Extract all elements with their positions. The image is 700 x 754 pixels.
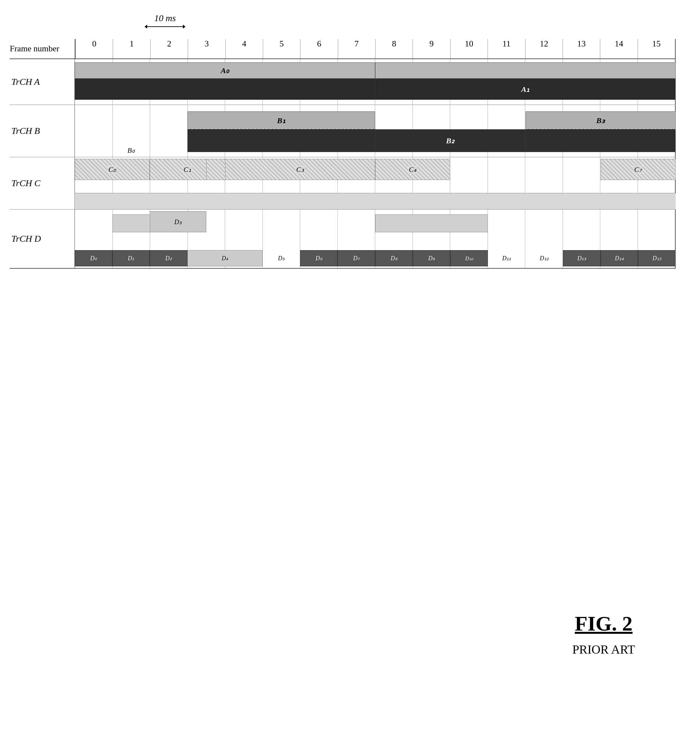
- frame-cell-10: 10: [450, 39, 488, 58]
- frame-cell-3: 3: [188, 39, 225, 58]
- block-d13: D₁₃: [563, 250, 601, 266]
- block-d10: D₁₀: [450, 250, 488, 266]
- frame-cell-4: 4: [225, 39, 263, 58]
- frame-cell-1: 1: [113, 39, 150, 58]
- block-d3-upper: D₃: [150, 211, 206, 232]
- trch-a-section: TrCH A A₀: [10, 58, 676, 105]
- block-a0-upper: A₀: [75, 63, 375, 78]
- trch-d-label: TrCH D: [10, 210, 75, 268]
- trch-b-label: TrCH B: [10, 105, 75, 157]
- trch-d-section: TrCH D D₃ D₀: [10, 210, 676, 269]
- frame-cell-2: 2: [150, 39, 188, 58]
- block-d8-upper: [375, 214, 488, 232]
- block-d5: D₅: [262, 250, 300, 266]
- trch-c-grid: C₀ C₁ C₂ C₃ C₄ C₅ C₆: [75, 157, 676, 209]
- figure-label-main: FIG. 2: [572, 612, 635, 636]
- frame-cell-15: 15: [638, 39, 675, 58]
- block-c0: C₀: [75, 159, 150, 180]
- block-d8: D₈: [375, 250, 413, 266]
- block-d6: D₆: [300, 250, 338, 266]
- frame-cells: 0 1 2 3 4 5 6 7 8 9 10 11 12 13 14 15: [75, 39, 676, 58]
- timing-annotation: 10 ms: [145, 13, 186, 28]
- block-a1-upper: [375, 63, 676, 78]
- block-d12: D₁₂: [526, 250, 563, 266]
- frame-label: Frame number: [10, 39, 75, 58]
- block-d9: D₉: [413, 250, 450, 266]
- block-d11: D₁₁: [488, 250, 526, 266]
- block-b1-lower: [188, 129, 375, 152]
- block-b3-lower: [526, 129, 676, 152]
- frame-cell-11: 11: [488, 39, 525, 58]
- frame-cell-7: 7: [338, 39, 375, 58]
- frame-number-row: Frame number 0 1 2 3 4 5 6 7 8 9 10 11 1…: [10, 39, 676, 58]
- block-c7: C₇: [601, 159, 676, 180]
- figure-label-sub: PRIOR ART: [572, 642, 635, 657]
- frame-cell-0: 0: [75, 39, 113, 58]
- trch-b-section: TrCH B B₀ B₁: [10, 105, 676, 157]
- block-b1-upper: B₁: [188, 111, 375, 129]
- figure-label: FIG. 2 PRIOR ART: [572, 612, 635, 657]
- trch-d-grid: D₃ D₀ D₁ D₂ D₄ D₅: [75, 210, 676, 268]
- frame-cell-13: 13: [562, 39, 600, 58]
- timing-label: 10 ms: [154, 13, 176, 23]
- trch-b-grid: B₀ B₁ B₂ B₃: [75, 105, 676, 157]
- trch-a-grid: A₀ A₁: [75, 59, 676, 105]
- frame-cell-9: 9: [412, 39, 450, 58]
- block-d7: D₇: [338, 250, 375, 266]
- block-c4: C₄: [375, 159, 450, 180]
- frame-cell-14: 14: [600, 39, 637, 58]
- trch-c-label: TrCH C: [10, 157, 75, 209]
- frame-cell-8: 8: [375, 39, 412, 58]
- frame-cell-12: 12: [525, 39, 562, 58]
- block-d15: D₁₅: [638, 250, 676, 266]
- block-c3: C₃: [225, 159, 375, 180]
- trch-a-label: TrCH A: [10, 59, 75, 105]
- block-a0-lower: [75, 78, 375, 100]
- block-d4: D₄: [188, 250, 262, 266]
- frame-cell-5: 5: [263, 39, 300, 58]
- block-d2: D₂: [150, 250, 188, 266]
- block-b2: B₂: [375, 129, 526, 152]
- block-b3-upper: B₃: [526, 111, 676, 129]
- frame-cell-6: 6: [300, 39, 338, 58]
- block-a1-lower: A₁: [375, 78, 676, 100]
- block-d0: D₀: [75, 250, 112, 266]
- main-container: 10 ms Frame number 0 1 2 3 4 5 6 7 8 9 1…: [10, 13, 676, 269]
- trch-c-section: TrCH C C₀ C₁: [10, 157, 676, 210]
- block-d1: D₁: [112, 250, 150, 266]
- block-d14: D₁₄: [601, 250, 638, 266]
- block-b0: B₀: [75, 145, 188, 155]
